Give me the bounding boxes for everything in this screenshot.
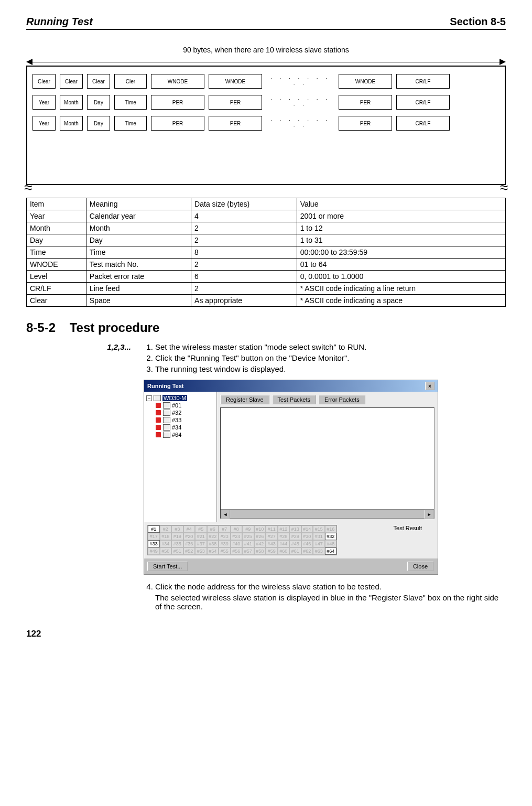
node-cell[interactable]: #33	[148, 540, 160, 547]
register-slave-button[interactable]: Register Slave	[220, 395, 269, 404]
device-icon	[163, 417, 170, 423]
table-header-row: Item Meaning Data size (bytes) Value	[27, 198, 506, 210]
diagram-cell: CR/LF	[396, 95, 450, 110]
tree-child[interactable]: #01	[156, 402, 214, 409]
node-cell: #50	[160, 547, 172, 555]
table-row: DayDay21 to 31	[27, 234, 506, 246]
node-cell: #12	[278, 525, 290, 533]
diagram-cell: Day	[87, 95, 110, 110]
cell-size: 2	[191, 222, 297, 234]
test-result-label: Test Result	[394, 525, 422, 531]
node-cell[interactable]: #1	[148, 525, 160, 533]
tree-root[interactable]: − WD30-M	[146, 395, 214, 401]
cell-item: Clear	[27, 295, 86, 307]
table-row: LevelPacket error rate60, 0.0001 to 1.00…	[27, 271, 506, 283]
node-cell: #20	[183, 533, 196, 540]
th-value: Value	[297, 198, 505, 210]
steps-label: 1,2,3...	[26, 342, 144, 613]
diagram-cell: WNODE	[339, 74, 392, 89]
cell-item: Month	[27, 222, 86, 234]
diagram-cell: PER	[151, 116, 204, 131]
cell-size: 4	[191, 210, 297, 222]
node-cell: #42	[254, 540, 266, 547]
diagram-cell: CR/LF	[396, 116, 450, 131]
node-cell: #26	[254, 533, 266, 540]
diagram-dots: · · · · · · · · ·	[266, 76, 334, 87]
node-cell: #6	[207, 525, 219, 533]
diagram-cell: Day	[87, 116, 110, 131]
diagram-cell: Time	[114, 116, 147, 131]
node-cell[interactable]: #64	[325, 547, 337, 555]
header-right: Section 8-5	[450, 16, 506, 28]
node-cell: #56	[231, 547, 243, 555]
node-cell: #62	[301, 547, 313, 555]
slave-icon	[156, 425, 161, 430]
node-cell: #52	[183, 547, 196, 555]
node-cell: #14	[301, 525, 313, 533]
diagram-row: YearMonthDayTimePERPER· · · · · · · · ·P…	[32, 116, 500, 131]
tree-root-label: WD30-M	[162, 395, 187, 401]
procedure-list-cont: Click the node address for the wireless …	[144, 582, 506, 611]
node-cell: #3	[171, 525, 183, 533]
node-cell: #60	[278, 547, 290, 555]
diagram-cell: WNODE	[151, 74, 204, 89]
squiggle-right-icon: ≈	[500, 184, 508, 191]
section-number: 8-5-2	[26, 320, 56, 335]
node-cell: #36	[183, 540, 196, 547]
horizontal-scrollbar[interactable]: ◄ ►	[221, 509, 434, 518]
node-cell: #19	[171, 533, 183, 540]
close-button[interactable]: Close	[407, 562, 433, 571]
diagram-cell: PER	[151, 95, 204, 110]
cell-value: 0, 0.0001 to 1.0000	[297, 271, 505, 283]
cell-value: 00:00:00 to 23:59:59	[297, 246, 505, 259]
page-header: Running Test Section 8-5	[26, 16, 506, 30]
slave-icon	[156, 432, 161, 437]
diagram-row: YearMonthDayTimePERPER· · · · · · · · ·P…	[32, 95, 500, 110]
squiggle-left-icon: ≈	[24, 184, 32, 191]
page-number: 122	[26, 629, 506, 639]
minus-icon: −	[146, 395, 152, 401]
device-icon	[163, 432, 170, 438]
cell-size: As appropriate	[191, 295, 297, 307]
node-cell[interactable]: #32	[325, 533, 337, 540]
tree-child[interactable]: #33	[156, 417, 214, 423]
node-cell: #53	[195, 547, 207, 555]
start-test-button[interactable]: Start Test...	[147, 562, 188, 571]
cell-value: 01 to 64	[297, 259, 505, 271]
cell-meaning: Month	[86, 222, 191, 234]
node-cell: #35	[171, 540, 183, 547]
arrow-line	[30, 62, 502, 62]
width-arrow	[26, 58, 506, 66]
node-cell: #8	[231, 525, 243, 533]
tree-child[interactable]: #64	[156, 432, 214, 438]
node-cell: #61	[289, 547, 301, 555]
cell-value: 1 to 31	[297, 234, 505, 246]
node-cell: #44	[278, 540, 290, 547]
cell-value: * ASCII code indicating a space	[297, 295, 505, 307]
node-cell: #29	[289, 533, 301, 540]
close-icon[interactable]: ×	[425, 382, 435, 390]
error-packets-button[interactable]: Error Packets	[319, 395, 365, 404]
node-cell: #49	[148, 547, 160, 555]
scroll-left-icon[interactable]: ◄	[221, 510, 230, 519]
node-cell: #4	[183, 525, 196, 533]
diagram-cell: Month	[60, 95, 83, 110]
tree-child[interactable]: #32	[156, 410, 214, 416]
window-title: Running Test	[147, 383, 183, 389]
cell-meaning: Time	[86, 246, 191, 259]
node-cell: #48	[325, 540, 337, 547]
table-row: ClearSpaceAs appropriate* ASCII code ind…	[27, 295, 506, 307]
node-cell: #40	[231, 540, 243, 547]
diagram-cell: PER	[339, 116, 392, 131]
test-packets-button[interactable]: Test Packets	[272, 395, 316, 404]
step-1: Set the wireless master station "mode se…	[155, 342, 506, 351]
tree-child-label: #32	[172, 410, 181, 416]
scroll-right-icon[interactable]: ►	[425, 510, 434, 519]
node-cell: #17	[148, 533, 160, 540]
node-cell: #21	[195, 533, 207, 540]
tree-child[interactable]: #34	[156, 424, 214, 431]
node-cell: #9	[242, 525, 254, 533]
diagram-cell: Clear	[87, 74, 110, 89]
cell-item: CR/LF	[27, 283, 86, 295]
node-cell: #10	[254, 525, 266, 533]
